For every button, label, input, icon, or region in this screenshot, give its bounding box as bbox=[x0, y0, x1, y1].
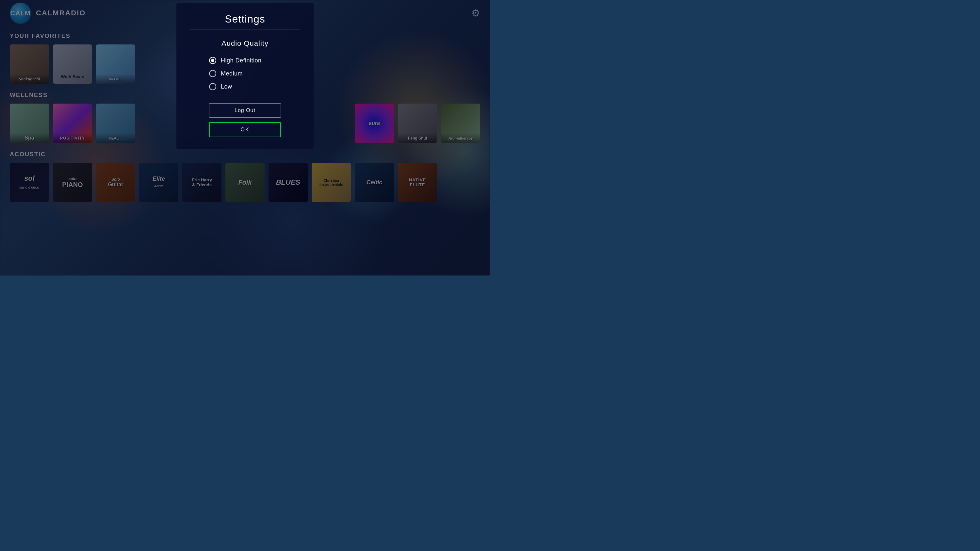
settings-modal: Settings Audio Quality High Definition M… bbox=[177, 3, 313, 149]
radio-option-hd[interactable]: High Definition bbox=[209, 57, 301, 64]
audio-quality-title: Audio Quality bbox=[189, 39, 301, 48]
modal-buttons: Log Out OK bbox=[189, 103, 301, 137]
radio-hd-label: High Definition bbox=[221, 57, 262, 64]
modal-divider bbox=[189, 29, 301, 29]
modal-overlay: Settings Audio Quality High Definition M… bbox=[0, 0, 490, 276]
logout-button[interactable]: Log Out bbox=[209, 103, 281, 118]
modal-title: Settings bbox=[189, 13, 301, 25]
radio-option-low[interactable]: Low bbox=[209, 83, 301, 90]
ok-button[interactable]: OK bbox=[209, 122, 281, 137]
radio-medium-label: Medium bbox=[221, 70, 243, 77]
radio-medium-circle[interactable] bbox=[209, 70, 216, 77]
radio-hd-circle[interactable] bbox=[209, 57, 216, 64]
radio-option-medium[interactable]: Medium bbox=[209, 70, 301, 77]
audio-quality-options: High Definition Medium Low bbox=[189, 57, 301, 90]
radio-low-label: Low bbox=[221, 83, 232, 90]
radio-low-circle[interactable] bbox=[209, 83, 216, 90]
